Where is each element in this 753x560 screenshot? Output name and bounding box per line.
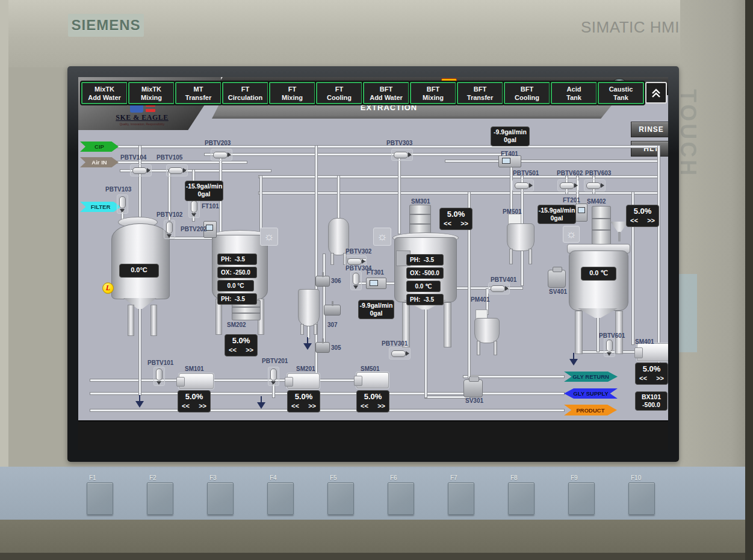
pump-sm201[interactable]	[287, 373, 320, 389]
decrease-button[interactable]: <<	[444, 220, 451, 227]
agitator-sm402[interactable]	[592, 206, 611, 244]
nav-ft-mixing[interactable]: FTMixing	[269, 82, 315, 104]
fkey-f9[interactable]	[568, 482, 595, 515]
level-indicator-icon: L	[102, 282, 114, 294]
valve-pbtv303[interactable]	[391, 149, 413, 161]
valve-pbtv201[interactable]	[268, 367, 279, 386]
label-pbtv101: PBTV101	[147, 359, 173, 366]
drain-arrow-icon	[569, 353, 578, 367]
tank1-leg	[128, 305, 134, 336]
valve-pbtv203[interactable]	[211, 149, 232, 161]
valve-pbtv401[interactable]	[488, 282, 510, 294]
tank3-ph-display: PH: -3.5	[406, 254, 444, 266]
valve-307[interactable]	[324, 305, 341, 316]
increase-button[interactable]: >>	[308, 402, 316, 409]
decrease-button[interactable]: <<	[182, 402, 190, 409]
filter-flow-tag: FILTER	[80, 202, 121, 212]
valve-pbtv501[interactable]	[512, 179, 534, 191]
collapse-nav-button[interactable]	[645, 82, 667, 104]
flowmeter-ft301[interactable]	[366, 278, 386, 289]
chevron-up-icon	[650, 87, 662, 99]
decrease-button[interactable]: <<	[630, 217, 638, 224]
increase-button[interactable]: >>	[647, 217, 655, 224]
label-pbtv301: PBTV301	[382, 340, 407, 347]
valve-pbtv105[interactable]	[166, 164, 188, 176]
nav-bft-cooling[interactable]: BFTCooling	[504, 82, 550, 104]
valve-pbtv601[interactable]	[604, 338, 615, 357]
decrease-button[interactable]: <<	[639, 375, 647, 382]
nav-bar	[78, 420, 668, 450]
flowmeter-ft401[interactable]	[498, 155, 521, 167]
pump-sm401[interactable]	[637, 343, 668, 361]
pipe	[445, 160, 658, 162]
fkey-f3[interactable]	[207, 482, 234, 515]
valve-pbtv202[interactable]	[188, 199, 200, 218]
nav-ft-circulation[interactable]: FTCirculation	[222, 82, 268, 104]
bezel-bottom	[0, 520, 753, 553]
label-sm501: SM501	[361, 366, 380, 372]
nav-acid-tank[interactable]: AcidTank	[551, 82, 597, 104]
nav-ft-cooling[interactable]: FTCooling	[316, 82, 362, 104]
increase-button[interactable]: >>	[656, 375, 664, 382]
label-sm201: SM201	[296, 366, 315, 372]
fkey-label-f8: F8	[510, 474, 518, 481]
increase-button[interactable]: >>	[246, 346, 253, 353]
valve-sv401[interactable]	[548, 270, 566, 288]
nav-bft-transfer[interactable]: BFTTransfer	[457, 82, 503, 104]
siemens-logo: SIEMENS	[71, 17, 140, 34]
label-ft201: FT201	[563, 197, 580, 204]
fkey-f2[interactable]	[147, 482, 173, 515]
valve-pbtv104[interactable]	[130, 164, 152, 176]
pm401-leg	[494, 341, 497, 355]
increase-button[interactable]: >>	[377, 402, 385, 409]
valve-pbtv102[interactable]	[164, 220, 175, 239]
pump-sm101[interactable]	[179, 373, 214, 389]
valve-sv301[interactable]	[463, 379, 483, 397]
nav-bft-mixing[interactable]: BFTMixing	[410, 82, 456, 104]
nav-caustic-tank[interactable]: CausticTank	[598, 82, 644, 104]
valve-pbtv101[interactable]	[153, 367, 165, 386]
simatic-hmi-label: SIMATIC HMI	[581, 18, 680, 37]
pipe	[90, 409, 564, 411]
rinse-button[interactable]: RINSE	[631, 122, 668, 137]
decrease-button[interactable]: <<	[229, 346, 237, 353]
tank1	[111, 223, 170, 299]
increase-button[interactable]: >>	[460, 220, 468, 227]
label-sm402: SM402	[587, 198, 606, 205]
pipe	[205, 154, 506, 155]
nav-mixtk-add-water[interactable]: MixTKAdd Water	[81, 82, 128, 104]
decrease-button[interactable]: <<	[291, 402, 299, 409]
valve-pbtv301[interactable]	[389, 347, 411, 359]
pipe	[139, 309, 141, 395]
nav-mixtk-mixing[interactable]: MixTKMixing	[128, 82, 175, 104]
hlt-button[interactable]: HLT	[631, 141, 668, 157]
flowmeter-ft201[interactable]	[575, 204, 587, 222]
fkey-f8[interactable]	[508, 482, 535, 515]
nav-mt-transfer[interactable]: MTTransfer	[175, 82, 222, 104]
agitator-sm301[interactable]	[409, 205, 431, 235]
fkey-label-f10: F10	[631, 474, 641, 481]
fkey-f7[interactable]	[448, 482, 474, 515]
valve-pbtv602[interactable]	[557, 179, 579, 191]
pipe	[323, 254, 325, 350]
fkey-f5[interactable]	[327, 482, 354, 515]
fkey-label-f9: F9	[571, 474, 578, 481]
fkey-f10[interactable]	[628, 482, 655, 515]
valve-306[interactable]	[315, 276, 330, 287]
increase-button[interactable]: >>	[199, 402, 206, 409]
valve-pbtv603[interactable]	[584, 179, 606, 191]
valve-pbtv103[interactable]	[117, 194, 128, 214]
pm401-vessel	[474, 318, 500, 343]
fkey-f6[interactable]	[388, 482, 414, 515]
decrease-button[interactable]: <<	[361, 402, 368, 409]
nav-bft-add-water[interactable]: BFTAdd Water	[363, 82, 409, 104]
tank2-ph2-display: PH: -3.5	[217, 293, 257, 305]
fkey-label-f3: F3	[209, 474, 217, 481]
fkey-f4[interactable]	[267, 482, 294, 515]
valve-305[interactable]	[315, 342, 330, 353]
pump-sm501[interactable]	[356, 372, 389, 388]
label-pm401: PM401	[471, 296, 490, 303]
touch-label: TOUCH	[677, 89, 701, 270]
valve-pbtv304[interactable]	[350, 271, 362, 290]
fkey-f1[interactable]	[87, 482, 113, 515]
